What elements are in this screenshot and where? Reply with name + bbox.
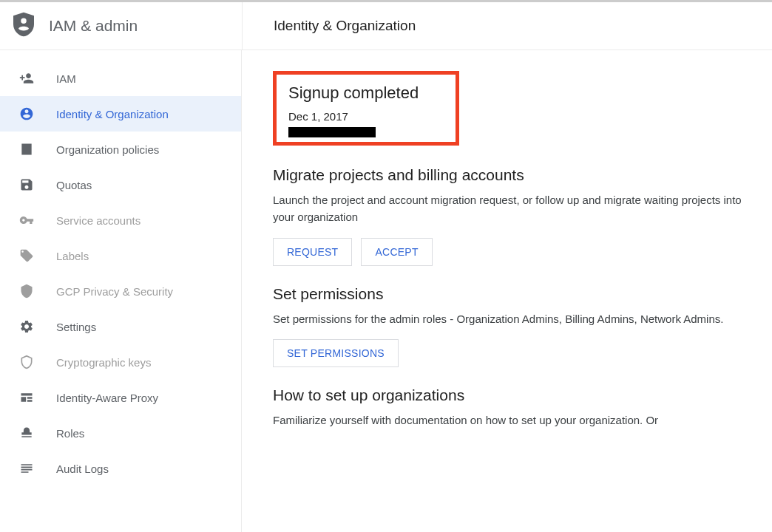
shield-outline-icon — [18, 355, 35, 369]
sidebar-item-label: Service accounts — [56, 214, 140, 227]
sidebar-item-iam[interactable]: IAM — [0, 61, 241, 96]
sidebar-item-roles[interactable]: Roles — [0, 415, 241, 451]
sidebar: IAM Identity & Organization Organization… — [0, 50, 242, 532]
accept-button[interactable]: ACCEPT — [361, 238, 432, 266]
gear-icon — [18, 319, 35, 334]
migrate-title: Migrate projects and billing accounts — [273, 166, 751, 184]
sidebar-item-label: Settings — [56, 321, 96, 333]
signup-highlight-box: Signup completed Dec 1, 2017 — [273, 71, 459, 146]
sidebar-item-label: Quotas — [56, 179, 92, 191]
sidebar-item-label: Organization policies — [56, 143, 159, 156]
sidebar-item-label: Identity & Organization — [56, 108, 169, 120]
sidebar-item-service-accounts[interactable]: Service accounts — [0, 202, 241, 238]
sidebar-item-audit-logs[interactable]: Audit Logs — [0, 451, 241, 486]
sidebar-item-labels[interactable]: Labels — [0, 238, 241, 273]
setup-section: How to set up organizations Familiarize … — [273, 386, 751, 429]
proxy-icon — [18, 390, 35, 405]
set-permissions-button[interactable]: SET PERMISSIONS — [273, 339, 399, 367]
request-button[interactable]: REQUEST — [273, 238, 352, 266]
signup-title: Signup completed — [288, 83, 444, 103]
sidebar-item-label: Audit Logs — [56, 463, 109, 475]
permissions-title: Set permissions — [273, 285, 751, 303]
sidebar-item-quotas[interactable]: Quotas — [0, 167, 241, 202]
migrate-section: Migrate projects and billing accounts La… — [273, 166, 751, 266]
sidebar-item-cryptographic-keys[interactable]: Cryptographic keys — [0, 344, 241, 380]
svg-point-0 — [21, 18, 26, 24]
app-bar: IAM & admin Identity & Organization — [0, 2, 772, 50]
sidebar-item-label: GCP Privacy & Security — [56, 285, 173, 298]
sidebar-item-identity-organization[interactable]: Identity & Organization — [0, 96, 241, 132]
redacted-text — [288, 127, 376, 137]
signup-date: Dec 1, 2017 — [288, 110, 444, 123]
person-add-icon — [18, 71, 35, 86]
sidebar-item-label: Identity-Aware Proxy — [56, 392, 158, 404]
hat-icon — [18, 426, 35, 440]
app-title: IAM & admin — [49, 17, 138, 35]
sidebar-item-label: IAM — [56, 72, 76, 85]
main-content: Signup completed Dec 1, 2017 Migrate pro… — [242, 50, 772, 532]
setup-description: Familiarize yourself with documentation … — [273, 412, 746, 429]
sidebar-item-label: Roles — [56, 427, 84, 440]
permissions-description: Set permissions for the admin roles - Or… — [273, 310, 746, 327]
setup-title: How to set up organizations — [273, 386, 751, 404]
sidebar-item-gcp-privacy-security[interactable]: GCP Privacy & Security — [0, 273, 241, 309]
shield-user-icon — [13, 12, 34, 40]
sidebar-item-label: Cryptographic keys — [56, 356, 151, 369]
sidebar-item-org-policies[interactable]: Organization policies — [0, 132, 241, 167]
key-icon — [18, 213, 35, 228]
page-title: Identity & Organization — [274, 18, 416, 34]
person-circle-icon — [18, 106, 35, 121]
save-icon — [18, 177, 35, 192]
sidebar-item-identity-aware-proxy[interactable]: Identity-Aware Proxy — [0, 380, 241, 415]
permissions-section: Set permissions Set permissions for the … — [273, 285, 751, 367]
document-icon — [18, 142, 35, 157]
shield-icon — [18, 284, 35, 299]
tag-icon — [18, 248, 35, 263]
sidebar-item-label: Labels — [56, 250, 89, 262]
sidebar-item-settings[interactable]: Settings — [0, 309, 241, 344]
migrate-description: Launch the project and account migration… — [273, 191, 746, 226]
list-icon — [18, 461, 35, 476]
